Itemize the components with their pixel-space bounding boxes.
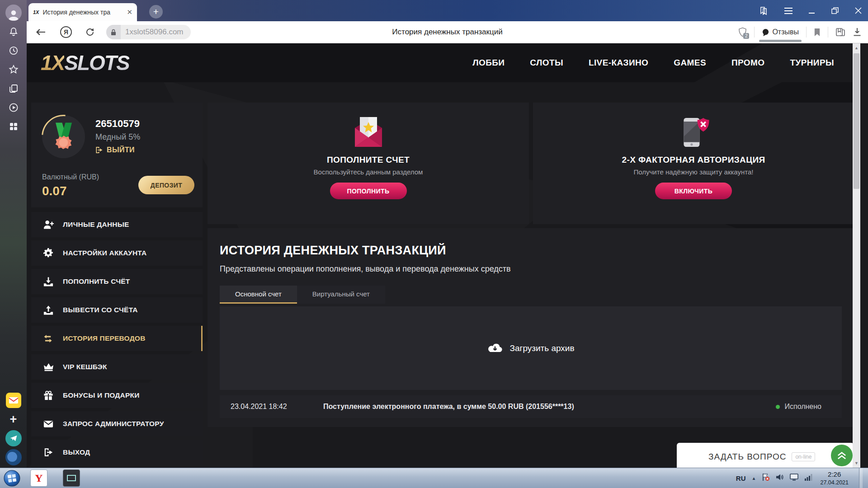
gears-icon: [43, 248, 54, 258]
protect-shield-icon[interactable]: 2: [738, 27, 747, 37]
bookmarks-panel-icon[interactable]: [759, 6, 768, 15]
messenger-plane-icon[interactable]: [5, 430, 22, 447]
account-level: Медный 5%: [95, 132, 140, 142]
tab-virtual-account[interactable]: Виртуальный счет: [297, 286, 385, 304]
yandex-home-icon[interactable]: Я: [60, 26, 72, 38]
notifications-bell-icon[interactable]: [5, 23, 22, 40]
sidebar-item-admin-request[interactable]: ЗАПРОС АДМИНИСТРАТОРУ: [31, 411, 203, 436]
clock-date: 27.04.2021: [820, 479, 849, 486]
add-plus-icon[interactable]: +: [5, 411, 22, 428]
profile-avatar-icon[interactable]: [5, 4, 22, 21]
history-clock-icon[interactable]: [5, 42, 22, 59]
reviews-button[interactable]: Отзывы: [762, 28, 799, 36]
nav-item-live-casino[interactable]: LIVE-КАЗИНО: [589, 58, 648, 68]
nav-item-lobby[interactable]: ЛОББИ: [472, 58, 505, 68]
status-dot: [776, 405, 780, 409]
envelope-icon: [43, 420, 54, 428]
nav-item-games[interactable]: GAMES: [674, 58, 706, 68]
start-button[interactable]: [4, 470, 20, 487]
chat-widget[interactable]: ЗАДАТЬ ВОПРОС on-line: [677, 443, 854, 468]
browser-app-icon[interactable]: [5, 449, 22, 466]
two-factor-promo-card: 2-Х ФАКТОРНАЯ АВТОРИЗАЦИЯ Получите надёж…: [533, 103, 854, 224]
tray-expand-icon[interactable]: ▲: [752, 476, 756, 481]
page-subtitle: Представлены операции пополнения, вывода…: [220, 264, 842, 274]
browser-menu-icon[interactable]: [784, 8, 793, 14]
lock-icon[interactable]: [106, 25, 121, 39]
sidebar-item-deposit[interactable]: ПОПОЛНИТЬ СЧЁТ: [31, 269, 203, 294]
tab-close-icon[interactable]: ✕: [127, 8, 132, 16]
taskbar-yandex-browser-icon[interactable]: Y: [30, 469, 47, 487]
medal-icon: [52, 122, 76, 151]
window-restore-icon[interactable]: [831, 7, 839, 14]
sidebar-item-bonuses[interactable]: БОНУСЫ И ПОДАРКИ: [31, 383, 203, 408]
chat-open-button[interactable]: [831, 445, 853, 466]
transaction-datetime: 23.04.2021 18:42: [231, 403, 323, 411]
chat-label: ЗАДАТЬ ВОПРОС: [708, 452, 786, 462]
deposit-button[interactable]: ДЕПОЗИТ: [138, 176, 194, 194]
language-indicator[interactable]: RU: [736, 474, 746, 482]
scroll-up-icon[interactable]: ▲: [853, 43, 860, 52]
sidebar-item-label: ИСТОРИЯ ПЕРЕВОДОВ: [63, 334, 146, 343]
sidebar-item-personal-data[interactable]: ЛИЧНЫЕ ДАННЫЕ: [31, 212, 203, 237]
volume-icon[interactable]: [776, 474, 784, 483]
download-archive-label: Загрузить архив: [509, 343, 574, 353]
taskbar-app-icon[interactable]: [63, 469, 80, 487]
nav-item-promo[interactable]: ПРОМО: [731, 58, 764, 68]
tab-main-account[interactable]: Основной счет: [220, 286, 297, 304]
download-archive-button[interactable]: Загрузить архив: [220, 306, 842, 390]
sidebar-item-transfer-history[interactable]: ИСТОРИЯ ПЕРЕВОДОВ: [31, 326, 203, 351]
sidebar-item-label: ЗАПРОС АДМИНИСТРАТОРУ: [63, 420, 164, 428]
media-play-icon[interactable]: [5, 99, 22, 116]
downloads-icon[interactable]: [853, 28, 862, 37]
site-header: 1XSLOTS ЛОББИ СЛОТЫ LIVE-КАЗИНО GAMES ПР…: [27, 43, 853, 82]
balance-value: 0.07: [42, 184, 67, 198]
tab-title: История денежных тра: [42, 9, 123, 16]
sidebar-item-label: БОНУСЫ И ПОДАРКИ: [63, 391, 140, 399]
network-signal-icon[interactable]: [804, 474, 812, 483]
page-scrollbar[interactable]: ▲ ▼: [853, 43, 860, 468]
page-viewport: 1XSLOTS ЛОББИ СЛОТЫ LIVE-КАЗИНО GAMES ПР…: [27, 43, 860, 468]
browser-tab[interactable]: 1X История денежных тра ✕: [28, 3, 137, 21]
url-text: 1xslot58096.com: [121, 28, 191, 37]
back-icon[interactable]: [36, 28, 46, 36]
nav-item-slots[interactable]: СЛОТЫ: [530, 58, 563, 68]
account-id: 26510579: [95, 118, 140, 130]
collections-icon[interactable]: [835, 28, 845, 37]
tabs-copy-icon[interactable]: [5, 80, 22, 97]
sidebar-item-vip-cashback[interactable]: VIP КЕШБЭК: [31, 354, 203, 380]
scroll-down-icon[interactable]: ▼: [853, 459, 860, 468]
nav-item-tournaments[interactable]: ТУРНИРЫ: [790, 58, 834, 68]
enable-2fa-button[interactable]: ВКЛЮЧИТЬ: [655, 183, 732, 199]
yandex-mail-icon[interactable]: [5, 392, 22, 409]
card-subtitle: Получите надёжную защиту аккаунта!: [633, 168, 753, 176]
withdraw-icon: [43, 305, 54, 315]
transaction-description: Поступление электронного платежа, в сумм…: [323, 403, 776, 411]
address-bar[interactable]: 1xslot58096.com: [106, 25, 191, 39]
action-center-flag-icon[interactable]: [762, 473, 770, 483]
new-tab-button[interactable]: +: [149, 5, 163, 19]
windows-taskbar: Y RU ▲ 2:26 27.04.2021: [0, 468, 868, 488]
bookmark-flag-icon[interactable]: [814, 28, 821, 37]
logout-link[interactable]: ВЫЙТИ: [95, 146, 135, 154]
window-close-icon[interactable]: [855, 7, 862, 14]
card-title: ПОПОЛНИТЕ СЧЕТ: [327, 155, 410, 165]
taskbar-clock[interactable]: 2:26 27.04.2021: [820, 470, 849, 486]
display-icon[interactable]: [790, 474, 798, 483]
toolbar-page-title: История денежных транзакций: [392, 28, 502, 37]
favorites-star-icon[interactable]: [5, 61, 22, 78]
sidebar-item-withdraw[interactable]: ВЫВЕСТИ СО СЧЁТА: [31, 297, 203, 323]
scrollbar-thumb[interactable]: [854, 53, 859, 189]
sidebar-item-account-settings[interactable]: НАСТРОЙКИ АККАУНТА: [31, 240, 203, 266]
logout-icon: [43, 448, 54, 457]
site-logo[interactable]: 1XSLOTS: [41, 51, 129, 75]
sidebar-item-label: ВЫВЕСТИ СО СЧЁТА: [63, 306, 138, 314]
sidebar-item-exit[interactable]: ВЫХОД: [31, 440, 203, 465]
window-minimize-icon[interactable]: [809, 8, 815, 14]
services-grid-icon[interactable]: [5, 118, 22, 135]
card-title: 2-Х ФАКТОРНАЯ АВТОРИЗАЦИЯ: [622, 155, 765, 165]
show-desktop-button[interactable]: [859, 468, 863, 488]
shield-badge: 2: [743, 33, 749, 39]
top-up-button[interactable]: ПОПОЛНИТЬ: [330, 183, 407, 199]
reload-icon[interactable]: [85, 28, 94, 37]
transaction-row: 23.04.2021 18:42 Поступление электронног…: [220, 395, 842, 418]
